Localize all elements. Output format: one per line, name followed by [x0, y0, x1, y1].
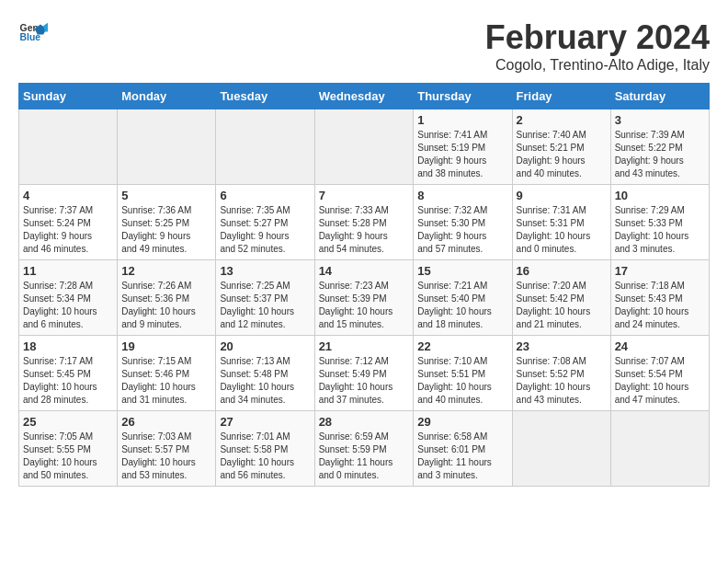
day-number: 21	[319, 339, 410, 353]
calendar-cell: 26Sunrise: 7:03 AM Sunset: 5:57 PM Dayli…	[118, 411, 216, 487]
day-info: Sunrise: 6:59 AM Sunset: 5:59 PM Dayligh…	[319, 431, 410, 482]
day-number: 27	[220, 415, 310, 429]
day-number: 15	[417, 264, 507, 278]
day-number: 9	[517, 189, 607, 202]
day-info: Sunrise: 7:17 AM Sunset: 5:45 PM Dayligh…	[23, 355, 113, 407]
calendar-cell: 2Sunrise: 7:40 AM Sunset: 5:21 PM Daylig…	[512, 109, 610, 185]
day-number: 17	[615, 264, 705, 278]
day-number: 7	[319, 189, 410, 202]
calendar-cell: 15Sunrise: 7:21 AM Sunset: 5:40 PM Dayli…	[414, 260, 512, 336]
calendar-cell: 16Sunrise: 7:20 AM Sunset: 5:42 PM Dayli…	[512, 260, 610, 336]
calendar-cell: 12Sunrise: 7:26 AM Sunset: 5:36 PM Dayli…	[118, 260, 216, 336]
day-number: 1	[417, 113, 507, 127]
day-info: Sunrise: 7:18 AM Sunset: 5:43 PM Dayligh…	[615, 280, 705, 331]
calendar-cell: 18Sunrise: 7:17 AM Sunset: 5:45 PM Dayli…	[19, 336, 118, 411]
calendar-cell: 22Sunrise: 7:10 AM Sunset: 5:51 PM Dayli…	[414, 336, 512, 411]
day-number: 10	[615, 189, 705, 202]
day-info: Sunrise: 7:20 AM Sunset: 5:42 PM Dayligh…	[517, 280, 607, 331]
day-number: 16	[517, 264, 607, 278]
day-number: 22	[417, 339, 507, 353]
title-area: February 2024 Cogolo, Trentino-Alto Adig…	[485, 18, 710, 74]
day-number: 23	[517, 339, 607, 353]
week-row-2: 11Sunrise: 7:28 AM Sunset: 5:34 PM Dayli…	[19, 260, 710, 336]
day-number: 24	[615, 339, 705, 353]
day-number: 12	[121, 264, 211, 278]
calendar-cell: 4Sunrise: 7:37 AM Sunset: 5:24 PM Daylig…	[19, 185, 118, 260]
week-row-1: 4Sunrise: 7:37 AM Sunset: 5:24 PM Daylig…	[19, 185, 710, 260]
calendar-cell: 20Sunrise: 7:13 AM Sunset: 5:48 PM Dayli…	[216, 336, 314, 411]
day-info: Sunrise: 7:28 AM Sunset: 5:34 PM Dayligh…	[23, 280, 113, 331]
calendar-body: 1Sunrise: 7:41 AM Sunset: 5:19 PM Daylig…	[19, 109, 710, 487]
col-wednesday: Wednesday	[314, 84, 414, 109]
day-info: Sunrise: 7:05 AM Sunset: 5:55 PM Dayligh…	[23, 431, 113, 482]
calendar-cell: 27Sunrise: 7:01 AM Sunset: 5:58 PM Dayli…	[216, 411, 314, 487]
calendar-cell: 13Sunrise: 7:25 AM Sunset: 5:37 PM Dayli…	[216, 260, 314, 336]
day-number: 4	[23, 189, 113, 202]
day-info: Sunrise: 7:03 AM Sunset: 5:57 PM Dayligh…	[121, 431, 211, 482]
day-info: Sunrise: 7:26 AM Sunset: 5:36 PM Dayligh…	[121, 280, 211, 331]
week-row-4: 25Sunrise: 7:05 AM Sunset: 5:55 PM Dayli…	[19, 411, 710, 487]
calendar-cell: 7Sunrise: 7:33 AM Sunset: 5:28 PM Daylig…	[314, 185, 414, 260]
calendar-cell: 23Sunrise: 7:08 AM Sunset: 5:52 PM Dayli…	[512, 336, 610, 411]
col-thursday: Thursday	[414, 84, 512, 109]
week-row-0: 1Sunrise: 7:41 AM Sunset: 5:19 PM Daylig…	[19, 109, 710, 185]
calendar-cell: 17Sunrise: 7:18 AM Sunset: 5:43 PM Dayli…	[610, 260, 709, 336]
calendar-cell: 28Sunrise: 6:59 AM Sunset: 5:59 PM Dayli…	[314, 411, 414, 487]
day-number: 13	[220, 264, 310, 278]
day-number: 19	[121, 339, 211, 353]
col-monday: Monday	[118, 84, 216, 109]
logo: General Blue	[18, 18, 48, 48]
day-number: 6	[220, 189, 310, 202]
calendar-cell: 9Sunrise: 7:31 AM Sunset: 5:31 PM Daylig…	[512, 185, 610, 260]
day-info: Sunrise: 6:58 AM Sunset: 6:01 PM Dayligh…	[417, 431, 507, 482]
day-number: 18	[23, 339, 113, 353]
logo-icon: General Blue	[18, 18, 48, 48]
day-number: 29	[417, 415, 507, 429]
calendar-cell: 24Sunrise: 7:07 AM Sunset: 5:54 PM Dayli…	[610, 336, 709, 411]
day-info: Sunrise: 7:23 AM Sunset: 5:39 PM Dayligh…	[319, 280, 410, 331]
day-number: 3	[615, 113, 705, 127]
calendar-subtitle: Cogolo, Trentino-Alto Adige, Italy	[485, 57, 710, 74]
col-saturday: Saturday	[610, 84, 709, 109]
day-info: Sunrise: 7:12 AM Sunset: 5:49 PM Dayligh…	[319, 355, 410, 407]
calendar-cell	[19, 109, 118, 185]
calendar-cell	[512, 411, 610, 487]
calendar-cell: 1Sunrise: 7:41 AM Sunset: 5:19 PM Daylig…	[414, 109, 512, 185]
day-number: 28	[319, 415, 410, 429]
day-info: Sunrise: 7:40 AM Sunset: 5:21 PM Dayligh…	[517, 129, 607, 180]
calendar-cell: 10Sunrise: 7:29 AM Sunset: 5:33 PM Dayli…	[610, 185, 709, 260]
day-info: Sunrise: 7:10 AM Sunset: 5:51 PM Dayligh…	[417, 355, 507, 407]
day-info: Sunrise: 7:35 AM Sunset: 5:27 PM Dayligh…	[220, 204, 310, 256]
calendar-title: February 2024	[485, 18, 710, 57]
day-info: Sunrise: 7:32 AM Sunset: 5:30 PM Dayligh…	[417, 204, 507, 256]
calendar-cell	[216, 109, 314, 185]
day-info: Sunrise: 7:08 AM Sunset: 5:52 PM Dayligh…	[517, 355, 607, 407]
calendar-header: Sunday Monday Tuesday Wednesday Thursday…	[19, 84, 710, 109]
calendar-cell: 5Sunrise: 7:36 AM Sunset: 5:25 PM Daylig…	[118, 185, 216, 260]
header-row: Sunday Monday Tuesday Wednesday Thursday…	[19, 84, 710, 109]
col-friday: Friday	[512, 84, 610, 109]
page-header: General Blue February 2024 Cogolo, Trent…	[18, 18, 710, 74]
day-info: Sunrise: 7:37 AM Sunset: 5:24 PM Dayligh…	[23, 204, 113, 256]
day-info: Sunrise: 7:07 AM Sunset: 5:54 PM Dayligh…	[615, 355, 705, 407]
day-info: Sunrise: 7:29 AM Sunset: 5:33 PM Dayligh…	[615, 204, 705, 256]
day-info: Sunrise: 7:01 AM Sunset: 5:58 PM Dayligh…	[220, 431, 310, 482]
day-number: 14	[319, 264, 410, 278]
calendar-cell: 3Sunrise: 7:39 AM Sunset: 5:22 PM Daylig…	[610, 109, 709, 185]
day-info: Sunrise: 7:15 AM Sunset: 5:46 PM Dayligh…	[121, 355, 211, 407]
day-number: 25	[23, 415, 113, 429]
calendar-cell: 25Sunrise: 7:05 AM Sunset: 5:55 PM Dayli…	[19, 411, 118, 487]
day-info: Sunrise: 7:31 AM Sunset: 5:31 PM Dayligh…	[517, 204, 607, 256]
day-number: 11	[23, 264, 113, 278]
day-info: Sunrise: 7:41 AM Sunset: 5:19 PM Dayligh…	[417, 129, 507, 180]
col-tuesday: Tuesday	[216, 84, 314, 109]
day-number: 20	[220, 339, 310, 353]
col-sunday: Sunday	[19, 84, 118, 109]
day-info: Sunrise: 7:25 AM Sunset: 5:37 PM Dayligh…	[220, 280, 310, 331]
calendar-cell: 14Sunrise: 7:23 AM Sunset: 5:39 PM Dayli…	[314, 260, 414, 336]
calendar-cell: 29Sunrise: 6:58 AM Sunset: 6:01 PM Dayli…	[414, 411, 512, 487]
calendar-cell	[610, 411, 709, 487]
calendar-cell: 21Sunrise: 7:12 AM Sunset: 5:49 PM Dayli…	[314, 336, 414, 411]
day-number: 8	[417, 189, 507, 202]
calendar-cell	[314, 109, 414, 185]
